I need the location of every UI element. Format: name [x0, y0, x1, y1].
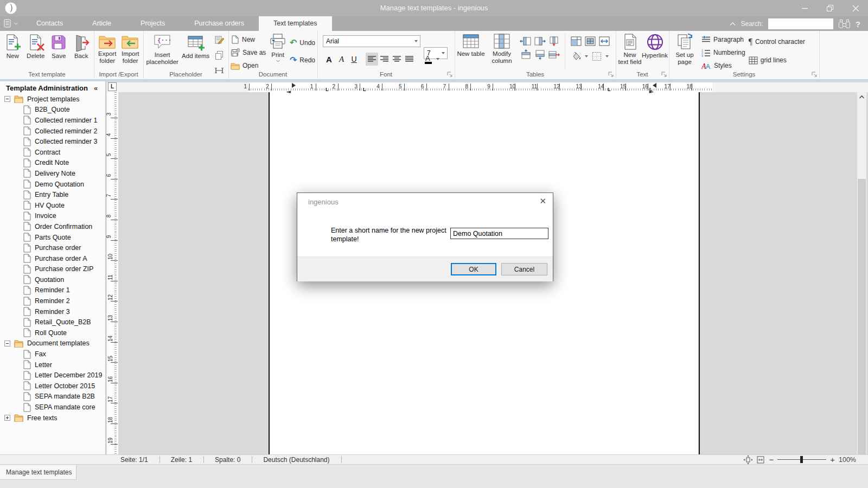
tree-item[interactable]: B2B_Quote — [0, 105, 105, 115]
tree-folder[interactable]: Project templates — [0, 94, 105, 105]
tree-item[interactable]: SEPA mandate core — [0, 402, 105, 413]
tab-text-templates[interactable]: Text templates — [259, 16, 332, 31]
tree-item[interactable]: Purchase order A — [0, 253, 105, 264]
tree-item[interactable]: Letter December 2019 — [0, 370, 105, 381]
bold-button[interactable]: A — [323, 53, 335, 66]
insert-placeholder-button[interactable]: {···} Insert placeholder — [145, 32, 179, 70]
template-name-input[interactable] — [450, 228, 548, 239]
tab-stop-marker[interactable]: L — [649, 87, 653, 92]
font-color-dropdown[interactable] — [435, 53, 441, 66]
fill-color-dropdown[interactable] — [583, 50, 590, 63]
collapse-ribbon-icon[interactable] — [730, 22, 736, 26]
document-save-as-button[interactable]: Save as — [231, 46, 266, 59]
insert-column-right-button[interactable] — [533, 34, 547, 48]
left-indent-marker[interactable]: ⇥ — [286, 89, 291, 94]
right-indent-marker[interactable] — [653, 83, 656, 88]
paragraph-button[interactable]: Paragraph — [701, 33, 745, 46]
tree-item[interactable]: Fax — [0, 349, 105, 359]
insert-row-below-button[interactable] — [533, 48, 547, 61]
redo-button[interactable]: ↷ Redo — [290, 54, 315, 67]
bottom-tab-manage-text-templates[interactable]: Manage text templates — [0, 465, 76, 480]
first-line-indent-marker[interactable] — [292, 83, 296, 88]
set-up-page-button[interactable]: Set up page — [671, 32, 698, 70]
modify-column-button[interactable]: Modify column — [487, 32, 516, 70]
tree-item[interactable]: Entry Table — [0, 189, 105, 200]
tab-purchase-orders[interactable]: Purchase orders — [180, 16, 259, 31]
dialog-close-icon[interactable]: ✕ — [539, 196, 546, 206]
tab-stop-marker[interactable]: L — [326, 87, 329, 92]
tree-item[interactable]: Delivery Note — [0, 168, 105, 179]
tree-item[interactable]: Collected reminder 1 — [0, 115, 105, 126]
numbering-button[interactable]: 123 Numbering — [701, 46, 745, 59]
tree-folder[interactable]: Document templates — [0, 338, 105, 349]
application-menu-button[interactable] — [0, 16, 22, 31]
insert-column-left-button[interactable] — [519, 34, 533, 48]
font-color-button[interactable]: A — [422, 53, 435, 66]
split-cells-button[interactable] — [583, 34, 597, 48]
collapse-icon[interactable] — [4, 96, 10, 102]
tree-item[interactable]: Letter October 2015 — [0, 381, 105, 391]
split-column-button[interactable] — [547, 34, 561, 48]
tree-item[interactable]: Purchase order — [0, 242, 105, 253]
zoom-out-button[interactable]: − — [769, 455, 774, 464]
collapse-icon[interactable] — [4, 341, 10, 346]
cancel-button[interactable]: Cancel — [501, 263, 547, 275]
tree-item[interactable]: Contract — [0, 147, 105, 158]
fit-page-icon[interactable] — [744, 455, 752, 464]
merge-row-button[interactable] — [547, 48, 561, 61]
grid-lines-button[interactable]: grid lines — [749, 54, 805, 67]
new-table-button[interactable]: New table — [457, 32, 485, 70]
search-input[interactable] — [768, 18, 833, 29]
document-open-button[interactable]: Open — [231, 59, 266, 72]
tree-item[interactable]: HV Quote — [0, 200, 105, 211]
edit-placeholder-button[interactable] — [212, 33, 226, 47]
control-character-button[interactable]: ¶ Control character — [749, 35, 805, 48]
back-button[interactable]: Back — [71, 32, 92, 70]
scrollbar-thumb[interactable] — [858, 179, 866, 454]
add-items-button[interactable]: Add items — [181, 32, 210, 70]
sidebar-collapse-button[interactable]: « — [94, 84, 106, 92]
tab-contacts[interactable]: Contacts — [22, 16, 78, 31]
insert-row-above-button[interactable] — [519, 48, 533, 61]
close-button[interactable] — [843, 0, 868, 16]
zoom-slider[interactable] — [777, 459, 826, 460]
scroll-up-icon[interactable] — [859, 95, 865, 99]
font-family-select[interactable]: Arial — [323, 35, 420, 47]
tab-projects[interactable]: Projects — [126, 16, 180, 31]
new-text-field-button[interactable]: New text field — [618, 32, 642, 70]
tree-item[interactable]: Demo Quotation — [0, 179, 105, 190]
export-folder-button[interactable]: Export folder — [96, 32, 118, 70]
tree-item[interactable]: Retail_Quote_B2B — [0, 317, 105, 328]
vertical-scrollbar[interactable] — [857, 92, 866, 464]
tree-item[interactable]: SEPA mandate B2B — [0, 391, 105, 402]
justify-button[interactable] — [403, 53, 416, 66]
cell-width-button[interactable] — [597, 34, 611, 48]
tree-item[interactable]: Invoice — [0, 211, 105, 222]
tree-item[interactable]: Letter — [0, 359, 105, 370]
delete-template-button[interactable]: Delete — [25, 32, 47, 70]
align-center-button[interactable] — [391, 53, 403, 66]
expand-icon[interactable] — [4, 415, 10, 421]
fill-color-button[interactable] — [569, 49, 583, 63]
borders-dropdown[interactable] — [604, 50, 610, 63]
underline-button[interactable]: U — [348, 53, 360, 66]
tree-item[interactable]: Roll Quote — [0, 328, 105, 338]
save-template-button[interactable]: Save — [48, 32, 69, 70]
print-button[interactable]: Print — [268, 32, 288, 70]
styles-button[interactable]: AA Styles — [701, 59, 745, 72]
borders-button[interactable] — [590, 49, 604, 63]
zoom-slider-handle[interactable] — [800, 456, 803, 463]
merge-cells-button[interactable] — [569, 34, 583, 48]
tree-folder[interactable]: Free texts — [0, 413, 105, 423]
tree-item[interactable]: Purchase order ZIP — [0, 264, 105, 275]
undo-button[interactable]: ↶ Undo — [290, 36, 315, 49]
fit-width-icon[interactable] — [756, 455, 765, 464]
tab-stop-marker[interactable]: L — [608, 87, 611, 92]
tree-item[interactable]: Collected reminder 2 — [0, 126, 105, 137]
copy-placeholder-button[interactable] — [212, 48, 226, 62]
import-folder-button[interactable]: Import folder — [119, 32, 141, 70]
align-left-button[interactable] — [366, 53, 378, 66]
hyperlink-button[interactable]: Hyperlink — [643, 32, 667, 70]
tree-item[interactable]: Reminder 3 — [0, 306, 105, 317]
italic-button[interactable]: A — [335, 53, 348, 66]
